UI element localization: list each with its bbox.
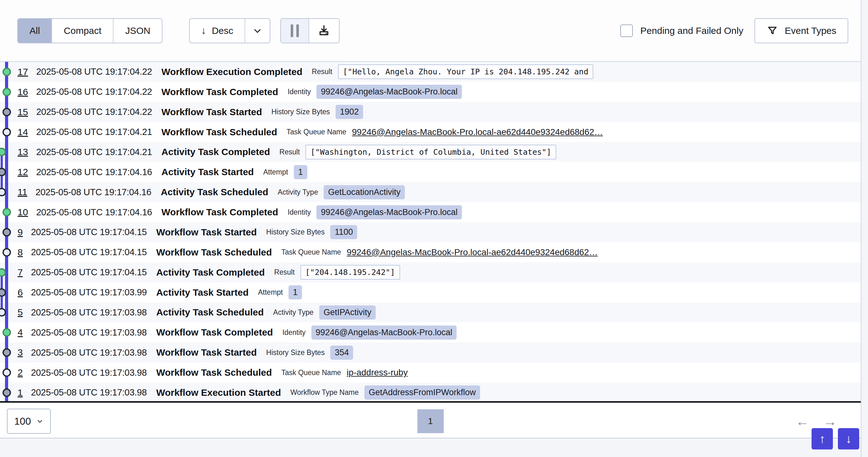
event-row[interactable]: 4 2025-05-08 UTC 19:17:03.98 Workflow Ta… (0, 322, 861, 342)
sort-order-dropdown-button[interactable] (245, 19, 270, 43)
event-id-link[interactable]: 17 (18, 66, 28, 77)
download-history-button[interactable] (309, 19, 339, 43)
event-attr-value[interactable]: 99246@Angelas-MacBook-Pro.local-ae62d440… (352, 127, 603, 137)
event-status-dot (2, 348, 11, 357)
event-attr-label: Result (274, 268, 294, 277)
pending-failed-label[interactable]: Pending and Failed Only (640, 25, 744, 36)
event-id-link[interactable]: 14 (18, 127, 28, 138)
event-attr-label: History Size Bytes (266, 228, 325, 236)
scrollbar-gutter[interactable] (861, 0, 868, 457)
event-timestamp: 2025-05-08 UTC 19:17:03.98 (31, 387, 147, 398)
scroll-to-bottom-button[interactable]: ↓ (838, 428, 859, 450)
event-row[interactable]: 16 2025-05-08 UTC 19:17:04.22 Workflow T… (0, 82, 861, 102)
event-id-link[interactable]: 8 (18, 247, 23, 258)
event-row[interactable]: 5 2025-05-08 UTC 19:17:03.98 Activity Ta… (0, 303, 861, 323)
event-row[interactable]: 9 2025-05-08 UTC 19:17:04.15 Workflow Ta… (0, 222, 861, 242)
page-size-select[interactable]: 100 (7, 409, 51, 434)
pending-failed-checkbox[interactable] (620, 25, 633, 37)
event-status-dot (2, 369, 11, 377)
event-id-link[interactable]: 5 (18, 307, 23, 318)
event-attr-label: History Size Bytes (271, 108, 330, 116)
event-id-link[interactable]: 15 (18, 107, 28, 117)
tab-compact[interactable]: Compact (52, 19, 114, 43)
event-attr-label: Activity Type (273, 308, 314, 317)
scroll-to-top-button[interactable]: ↑ (811, 428, 833, 450)
event-attr-value: ["204.148.195.242"] (301, 265, 400, 280)
event-id-link[interactable]: 6 (18, 287, 23, 298)
event-status-dot (2, 248, 11, 256)
event-timestamp: 2025-05-08 UTC 19:17:03.98 (31, 307, 147, 318)
event-name: Workflow Task Scheduled (156, 247, 272, 258)
event-row[interactable]: 13 2025-05-08 UTC 19:17:04.21 Activity T… (0, 142, 861, 162)
event-name: Workflow Execution Started (156, 387, 281, 398)
pagination-footer: 100 1 ← → (0, 404, 861, 438)
event-attr-value[interactable]: 99246@Angelas-MacBook-Pro.local-ae62d440… (347, 247, 598, 257)
event-id-link[interactable]: 2 (18, 367, 23, 378)
event-row[interactable]: 11 2025-05-08 UTC 19:17:04.16 Activity T… (0, 182, 861, 202)
event-attr-value: ["Washington, District of Columbia, Unit… (305, 145, 556, 160)
event-id-link[interactable]: 9 (18, 227, 23, 237)
event-name: Activity Task Started (161, 167, 254, 177)
event-name: Activity Task Scheduled (156, 307, 264, 318)
sort-order-split-button: ↓ Desc (189, 18, 270, 43)
event-name: Workflow Execution Completed (161, 66, 303, 77)
event-id-link[interactable]: 13 (18, 147, 28, 157)
tab-all[interactable]: All (18, 19, 52, 43)
pause-updates-button[interactable] (281, 19, 309, 43)
event-row[interactable]: 17 2025-05-08 UTC 19:17:04.22 Workflow E… (0, 62, 861, 82)
event-name: Workflow Task Started (156, 227, 257, 237)
event-status-dot (2, 67, 11, 76)
event-row[interactable]: 8 2025-05-08 UTC 19:17:04.15 Workflow Ta… (0, 242, 861, 262)
event-name: Workflow Task Completed (156, 327, 273, 338)
event-timestamp: 2025-05-08 UTC 19:17:04.22 (36, 87, 152, 97)
sort-order-label: Desc (212, 25, 233, 36)
event-status-dot (2, 108, 11, 116)
event-timestamp: 2025-05-08 UTC 19:17:04.22 (36, 107, 152, 117)
event-row[interactable]: 3 2025-05-08 UTC 19:17:03.98 Workflow Ta… (0, 342, 861, 363)
event-id-link[interactable]: 10 (18, 207, 28, 218)
event-id-link[interactable]: 1 (18, 387, 23, 398)
history-actions-group (280, 18, 340, 43)
event-row[interactable]: 14 2025-05-08 UTC 19:17:04.21 Workflow T… (0, 122, 861, 142)
previous-page-icon[interactable]: ← (796, 414, 809, 428)
event-attr-value: 1 (288, 285, 302, 299)
page-bottom-area (0, 439, 868, 457)
event-name: Workflow Task Started (161, 107, 262, 117)
event-timestamp: 2025-05-08 UTC 19:17:04.22 (36, 66, 152, 77)
event-row[interactable]: 2 2025-05-08 UTC 19:17:03.98 Workflow Ta… (0, 363, 861, 382)
event-attr-label: Result (312, 67, 332, 76)
event-id-link[interactable]: 11 (18, 187, 27, 197)
event-timestamp: 2025-05-08 UTC 19:17:04.21 (36, 147, 152, 157)
filter-funnel-icon (766, 25, 778, 37)
event-timestamp: 2025-05-08 UTC 19:17:04.16 (35, 187, 151, 197)
event-id-link[interactable]: 16 (18, 87, 28, 97)
page-size-value: 100 (14, 416, 31, 427)
event-status-dot (2, 208, 11, 217)
event-id-link[interactable]: 12 (18, 167, 28, 177)
event-types-label: Event Types (784, 25, 836, 36)
event-attr-value[interactable]: ip-address-ruby (347, 368, 408, 378)
event-row[interactable]: 12 2025-05-08 UTC 19:17:04.16 Activity T… (0, 162, 861, 182)
event-id-link[interactable]: 3 (18, 347, 23, 358)
next-page-icon[interactable]: → (823, 414, 837, 428)
event-name: Workflow Task Completed (161, 87, 278, 97)
event-name: Activity Task Started (156, 287, 249, 298)
tab-json[interactable]: JSON (114, 19, 162, 43)
event-timestamp: 2025-05-08 UTC 19:17:04.15 (31, 267, 147, 278)
pause-icon (291, 25, 299, 37)
event-row[interactable]: 15 2025-05-08 UTC 19:17:04.22 Workflow T… (0, 102, 861, 122)
download-icon (317, 24, 331, 37)
event-attr-label: Task Queue Name (281, 369, 341, 377)
event-row[interactable]: 1 2025-05-08 UTC 19:17:03.98 Workflow Ex… (0, 382, 861, 403)
event-row[interactable]: 7 2025-05-08 UTC 19:17:04.15 Activity Ta… (0, 262, 861, 283)
event-id-link[interactable]: 4 (18, 327, 23, 338)
event-row[interactable]: 10 2025-05-08 UTC 19:17:04.16 Workflow T… (0, 202, 861, 222)
event-id-link[interactable]: 7 (18, 267, 23, 278)
event-row[interactable]: 6 2025-05-08 UTC 19:17:03.99 Activity Ta… (0, 283, 861, 303)
event-attr-label: Attempt (258, 288, 283, 296)
event-types-filter-button[interactable]: Event Types (754, 18, 848, 43)
event-name: Activity Task Scheduled (161, 187, 269, 197)
sort-order-button[interactable]: ↓ Desc (190, 19, 244, 43)
current-page-button[interactable]: 1 (417, 409, 444, 433)
event-timestamp: 2025-05-08 UTC 19:17:04.16 (36, 167, 152, 177)
